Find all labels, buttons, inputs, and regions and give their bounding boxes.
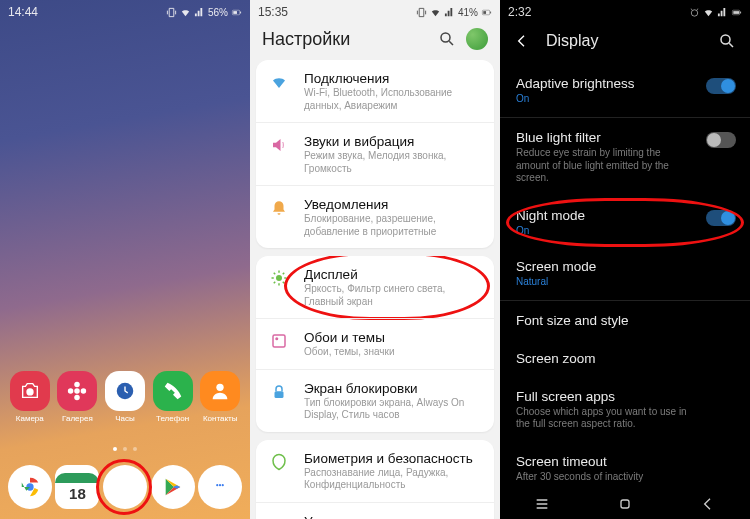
toggle-switch[interactable] bbox=[706, 210, 736, 226]
settings-row-lock[interactable]: Экран блокировкиТип блокировки экрана, A… bbox=[256, 369, 494, 432]
back-nav-icon[interactable] bbox=[700, 496, 716, 512]
sound-icon bbox=[268, 134, 290, 175]
page-title: Display bbox=[546, 32, 702, 50]
display-item[interactable]: Night modeOn bbox=[500, 196, 750, 247]
item-title: Adaptive brightness bbox=[516, 76, 734, 91]
battery-text: 56% bbox=[208, 7, 228, 18]
item-sub: Reduce eye strain by limiting the amount… bbox=[516, 147, 696, 185]
page-title: Настройки bbox=[262, 29, 350, 50]
svg-rect-29 bbox=[621, 500, 629, 508]
recents-icon[interactable] bbox=[534, 496, 550, 512]
settings-row-wall[interactable]: Обои и темыОбои, темы, значки bbox=[256, 318, 494, 369]
wall-icon bbox=[268, 330, 290, 359]
avatar[interactable] bbox=[466, 28, 488, 50]
cloud-icon bbox=[268, 514, 290, 520]
alarm-icon bbox=[689, 7, 700, 18]
clock-icon bbox=[114, 380, 136, 402]
display-item[interactable]: Full screen appsChoose which apps you wa… bbox=[500, 377, 750, 442]
flower-icon bbox=[66, 380, 88, 402]
dock-calendar[interactable]: 18 bbox=[54, 465, 100, 509]
home-screen: 14:44 56% Камера Галерея Часы Телефон К bbox=[0, 0, 250, 519]
item-title: Font size and style bbox=[516, 313, 734, 328]
status-icons bbox=[689, 7, 742, 18]
gear-icon bbox=[114, 476, 136, 498]
settings-row-cloud[interactable]: Учетные записи и архивацияSamsung Cloud,… bbox=[256, 502, 494, 520]
app-contacts[interactable]: Контакты bbox=[197, 371, 243, 423]
row-title: Экран блокировки bbox=[304, 381, 482, 396]
svg-point-4 bbox=[75, 388, 81, 394]
settings-card: Биометрия и безопасностьРаспознавание ли… bbox=[256, 440, 494, 520]
svg-rect-26 bbox=[740, 11, 741, 13]
status-icons: 56% bbox=[166, 7, 242, 18]
dock-messages[interactable] bbox=[197, 465, 243, 509]
svg-point-24 bbox=[691, 9, 697, 15]
display-settings-screen: 2:32 Display Adaptive brightnessOnBlue l… bbox=[500, 0, 750, 519]
app-label: Часы bbox=[115, 414, 135, 423]
settings-row-sound[interactable]: Звуки и вибрацияРежим звука, Мелодия зво… bbox=[256, 122, 494, 185]
page-indicator bbox=[0, 447, 250, 451]
app-gallery[interactable]: Галерея bbox=[54, 371, 100, 423]
status-icons: 41% bbox=[416, 7, 492, 18]
row-title: Звуки и вибрация bbox=[304, 134, 482, 149]
status-bar: 15:35 41% bbox=[250, 0, 500, 22]
dock-chrome[interactable] bbox=[7, 465, 53, 509]
search-icon[interactable] bbox=[718, 32, 736, 50]
settings-row-bell[interactable]: УведомленияБлокирование, разрешение, доб… bbox=[256, 185, 494, 248]
item-title: Full screen apps bbox=[516, 389, 734, 404]
vibrate-icon bbox=[416, 7, 427, 18]
settings-row-bio[interactable]: Биометрия и безопасностьРаспознавание ли… bbox=[256, 440, 494, 502]
clock-text: 14:44 bbox=[8, 5, 38, 19]
svg-point-7 bbox=[68, 388, 74, 394]
chrome-icon bbox=[19, 476, 41, 498]
app-row: Камера Галерея Часы Телефон Контакты bbox=[0, 371, 250, 423]
row-sub: Тип блокировки экрана, Always On Display… bbox=[304, 397, 482, 422]
svg-rect-18 bbox=[483, 11, 486, 14]
display-item[interactable]: Screen timeoutAfter 30 seconds of inacti… bbox=[500, 442, 750, 495]
row-sub: Wi-Fi, Bluetooth, Использование данных, … bbox=[304, 87, 482, 112]
item-value: On bbox=[516, 225, 734, 236]
wifi-icon bbox=[430, 7, 441, 18]
play-store-icon bbox=[162, 476, 184, 498]
app-label: Контакты bbox=[203, 414, 238, 423]
settings-card: ДисплейЯркость, Фильтр синего света, Гла… bbox=[256, 256, 494, 432]
row-title: Учетные записи и архивация bbox=[304, 514, 482, 520]
svg-rect-2 bbox=[233, 11, 237, 14]
display-item[interactable]: Blue light filterReduce eye strain by li… bbox=[500, 118, 750, 196]
svg-rect-27 bbox=[733, 11, 739, 14]
app-clock[interactable]: Часы bbox=[102, 371, 148, 423]
home-icon[interactable] bbox=[617, 496, 633, 512]
toggle-switch[interactable] bbox=[706, 78, 736, 94]
svg-point-8 bbox=[81, 388, 87, 394]
app-camera[interactable]: Камера bbox=[7, 371, 53, 423]
dock-settings[interactable] bbox=[102, 465, 148, 509]
item-sub: Choose which apps you want to use in the… bbox=[516, 406, 696, 431]
display-header: Display bbox=[500, 22, 750, 64]
toggle-switch[interactable] bbox=[706, 132, 736, 148]
app-phone[interactable]: Телефон bbox=[150, 371, 196, 423]
settings-row-bright[interactable]: ДисплейЯркость, Фильтр синего света, Гла… bbox=[256, 256, 494, 318]
search-icon[interactable] bbox=[438, 30, 456, 48]
svg-point-28 bbox=[721, 35, 730, 44]
settings-row-wifi[interactable]: ПодключенияWi-Fi, Bluetooth, Использован… bbox=[256, 60, 494, 122]
svg-point-10 bbox=[217, 384, 224, 391]
dock-play[interactable] bbox=[150, 465, 196, 509]
display-item[interactable]: Screen modeNatural bbox=[500, 247, 750, 298]
settings-card: ПодключенияWi-Fi, Bluetooth, Использован… bbox=[256, 60, 494, 248]
display-item[interactable]: Adaptive brightnessOn bbox=[500, 64, 750, 115]
svg-rect-1 bbox=[240, 11, 241, 13]
clock-text: 15:35 bbox=[258, 5, 288, 19]
row-title: Подключения bbox=[304, 71, 482, 86]
message-icon bbox=[209, 476, 231, 498]
display-item[interactable]: Font size and style bbox=[500, 301, 750, 339]
display-item[interactable]: Screen zoom bbox=[500, 339, 750, 377]
settings-list-screen: 15:35 41% Настройки ПодключенияWi-Fi, Bl… bbox=[250, 0, 500, 519]
svg-point-15 bbox=[222, 484, 224, 486]
back-icon[interactable] bbox=[514, 33, 530, 49]
svg-rect-21 bbox=[273, 335, 285, 347]
settings-header: Настройки bbox=[250, 22, 500, 60]
svg-point-5 bbox=[75, 382, 81, 388]
row-title: Биометрия и безопасность bbox=[304, 451, 482, 466]
item-value: On bbox=[516, 93, 734, 104]
wifi-icon bbox=[268, 71, 290, 112]
bell-icon bbox=[268, 197, 290, 238]
